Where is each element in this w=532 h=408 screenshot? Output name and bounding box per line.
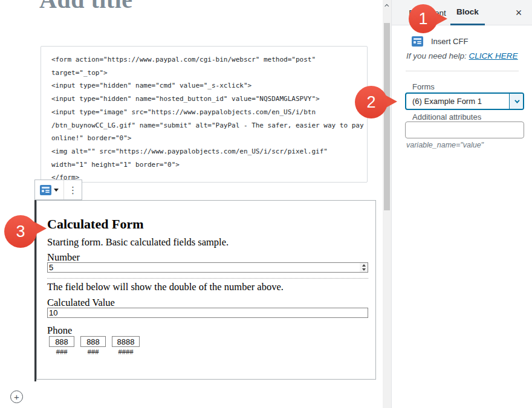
code-line: </form> xyxy=(51,171,357,183)
additional-attributes-label: Additional attributes xyxy=(412,112,481,121)
form-description: Starting form. Basic calculated fields s… xyxy=(47,236,229,248)
calculated-field-input[interactable] xyxy=(47,308,368,318)
forms-selected-value: (6) Example Form 1 xyxy=(412,94,482,109)
block-card: Insert CFF xyxy=(412,36,468,47)
phone-part-3-input[interactable] xyxy=(112,336,140,347)
code-line: /btn_buynowCC_LG.gif" name="submit" alt=… xyxy=(51,119,357,132)
phone-field-label: Phone xyxy=(47,325,72,337)
phone-hint: #### xyxy=(112,348,140,357)
phone-inputs xyxy=(49,336,140,347)
callout-number: 2 xyxy=(355,86,388,118)
code-line: <form action="https://www.paypal.com/cgi… xyxy=(51,53,357,66)
additional-attributes-input[interactable] xyxy=(405,121,524,138)
callout-1: 1 xyxy=(409,4,438,33)
editor-screen: Add title <form action="https://www.payp… xyxy=(0,0,532,408)
number-field-input[interactable] xyxy=(47,262,368,273)
chevron-down-icon xyxy=(514,98,519,103)
number-spinner[interactable] xyxy=(360,263,368,272)
number-field-label: Number xyxy=(47,251,80,264)
tab-block[interactable]: Block xyxy=(450,0,485,25)
code-line: <input type="hidden" name="cmd" value="_… xyxy=(51,79,357,92)
block-card-title: Insert CFF xyxy=(431,37,468,46)
phone-format-hints: ### ### #### xyxy=(49,348,140,357)
phone-hint: ### xyxy=(49,348,74,357)
select-chevron-area xyxy=(509,94,523,109)
code-line: <input type="image" src="https://www.pay… xyxy=(51,106,357,119)
add-block-button[interactable]: + xyxy=(10,390,23,403)
scroll-up-icon xyxy=(384,4,389,8)
dropdown-arrow-icon xyxy=(54,189,59,192)
scroll-up-button[interactable] xyxy=(383,2,391,9)
cff-code-editor[interactable]: <form action="https://www.paypal.com/cgi… xyxy=(41,46,368,183)
settings-sidebar: Document Block × Insert CFF If you need … xyxy=(391,0,532,408)
code-line: <img alt="" src="https://www.paypalobjec… xyxy=(51,145,357,158)
forms-label: Forms xyxy=(412,82,435,91)
help-link[interactable]: CLICK HERE xyxy=(469,51,518,60)
change-block-type-button[interactable] xyxy=(35,180,63,199)
attributes-hint: variable_name="value" xyxy=(406,141,484,149)
cff-form-preview-block[interactable]: Calculated Form Starting form. Basic cal… xyxy=(36,200,376,380)
field-divider xyxy=(47,278,368,279)
callout-2: 2 xyxy=(355,86,388,118)
middle-html-text: The field below will show the double of … xyxy=(47,281,284,293)
code-line: width="1" height="1" border="0"> xyxy=(51,158,357,172)
form-title: Calculated Form xyxy=(47,216,143,232)
code-line: target="_top"> xyxy=(51,66,357,80)
spinner-down-icon xyxy=(362,268,366,271)
close-sidebar-button[interactable]: × xyxy=(511,5,527,21)
calculated-field-label: Calculated Value xyxy=(47,297,115,309)
callout-number: 1 xyxy=(409,4,438,33)
forms-select[interactable]: (6) Example Form 1 xyxy=(405,92,524,110)
phone-hint: ### xyxy=(80,348,106,357)
sidebar-divider xyxy=(406,71,519,71)
spinner-up-icon xyxy=(362,264,366,267)
post-title-input[interactable]: Add title xyxy=(39,0,133,14)
cff-block-icon xyxy=(40,185,51,195)
block-options-button[interactable]: ⋮ xyxy=(64,180,82,199)
phone-part-1-input[interactable] xyxy=(49,336,74,347)
code-line: online!" border="0"> xyxy=(51,132,357,145)
callout-number: 3 xyxy=(4,215,37,248)
editor-scrollbar[interactable] xyxy=(383,0,391,408)
cff-block-icon xyxy=(412,36,423,47)
block-toolbar: ⋮ xyxy=(34,180,82,200)
callout-3: 3 xyxy=(4,215,37,248)
help-text: If you need help: CLICK HERE xyxy=(406,51,518,60)
phone-part-2-input[interactable] xyxy=(80,336,106,347)
help-prefix: If you need help: xyxy=(406,51,469,60)
code-line: <input type="hidden" name="hosted_button… xyxy=(51,92,357,106)
